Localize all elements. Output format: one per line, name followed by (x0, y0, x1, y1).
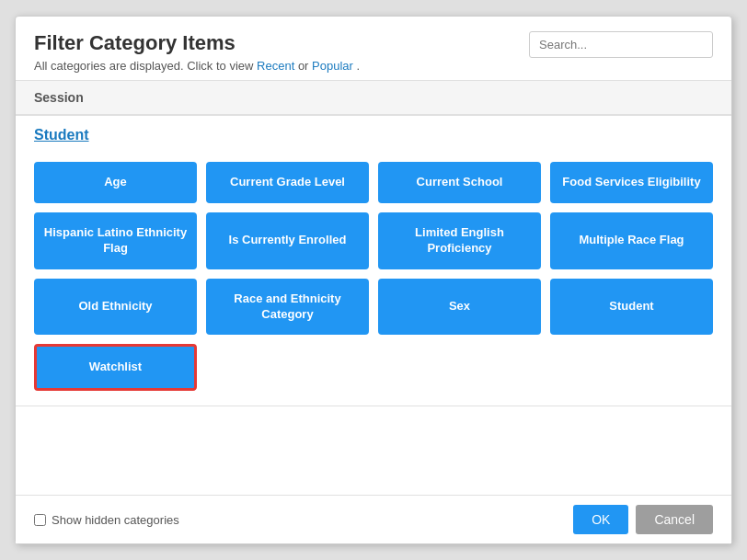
item-food-services-eligibility[interactable]: Food Services Eligibility (550, 162, 713, 203)
item-multiple-race-flag[interactable]: Multiple Race Flag (550, 212, 713, 269)
item-hispanic-latino-ethnicity-flag[interactable]: Hispanic Latino Ethnicity Flag (34, 212, 197, 269)
item-old-ethnicity[interactable]: Old Ethnicity (34, 279, 197, 336)
show-hidden-label[interactable]: Show hidden categories (34, 513, 179, 527)
item-sex[interactable]: Sex (378, 279, 541, 336)
item-limited-english-proficiency[interactable]: Limited English Proficiency (378, 212, 541, 269)
student-section: Student Age Current Grade Level Current … (16, 116, 731, 406)
student-items-grid: Age Current Grade Level Current School F… (16, 151, 731, 406)
item-race-and-ethnicity-category[interactable]: Race and Ethnicity Category (206, 279, 369, 336)
subtitle-or: or (298, 59, 312, 73)
search-input[interactable] (529, 31, 713, 58)
ok-button[interactable]: OK (573, 505, 628, 534)
header-text: Filter Category Items All categories are… (34, 31, 360, 73)
footer-buttons: OK Cancel (573, 505, 713, 534)
show-hidden-checkbox[interactable] (34, 514, 46, 526)
item-is-currently-enrolled[interactable]: Is Currently Enrolled (206, 212, 369, 269)
subtitle-post: . (357, 59, 361, 73)
dialog-header: Filter Category Items All categories are… (16, 17, 731, 81)
item-watchlist[interactable]: Watchlist (34, 344, 197, 391)
dialog-title: Filter Category Items (34, 31, 360, 55)
dialog-body: Session Student Age Current Grade Level … (16, 81, 731, 495)
popular-link[interactable]: Popular (312, 59, 353, 73)
dialog-subtitle: All categories are displayed. Click to v… (34, 59, 360, 73)
dialog-footer: Show hidden categories OK Cancel (16, 495, 731, 543)
recent-link[interactable]: Recent (257, 59, 294, 73)
show-hidden-text: Show hidden categories (52, 513, 179, 527)
item-current-school[interactable]: Current School (378, 162, 541, 203)
item-current-grade-level[interactable]: Current Grade Level (206, 162, 369, 203)
subtitle-pre: All categories are displayed. Click to v… (34, 59, 257, 73)
filter-dialog: Filter Category Items All categories are… (15, 16, 732, 544)
session-section-header: Session (16, 81, 731, 115)
student-section-link[interactable]: Student (16, 116, 731, 151)
item-age[interactable]: Age (34, 162, 197, 203)
cancel-button[interactable]: Cancel (636, 505, 713, 534)
session-section: Session (16, 81, 731, 116)
item-student[interactable]: Student (550, 279, 713, 336)
